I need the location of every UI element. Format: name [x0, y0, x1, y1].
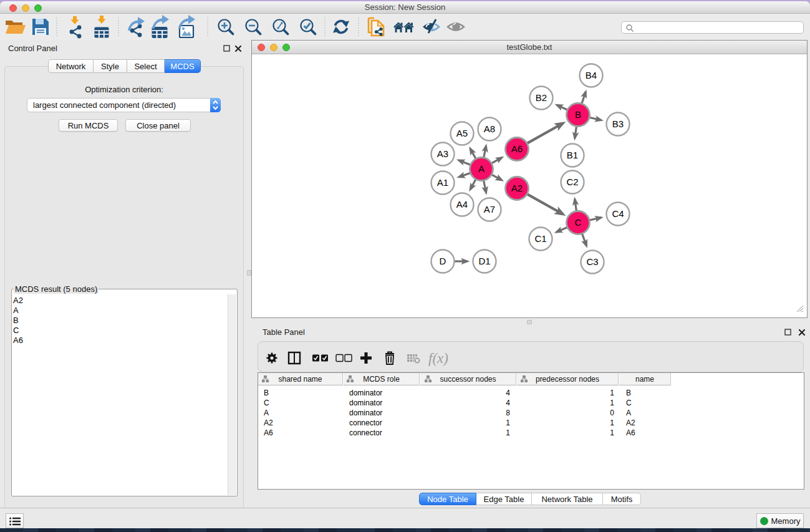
svg-text:A3: A3 [437, 148, 448, 159]
svg-text:C2: C2 [566, 177, 578, 187]
svg-text:B3: B3 [612, 118, 624, 129]
svg-text:B2: B2 [536, 92, 547, 103]
svg-text:C1: C1 [534, 233, 546, 244]
svg-text:A4: A4 [456, 199, 468, 210]
svg-text:A5: A5 [456, 128, 468, 138]
svg-text:A1: A1 [437, 177, 448, 188]
svg-text:A2: A2 [511, 183, 523, 193]
svg-text:C4: C4 [612, 208, 624, 219]
svg-text:A6: A6 [511, 143, 523, 154]
svg-text:A: A [478, 163, 485, 174]
svg-text:B1: B1 [567, 150, 578, 160]
svg-text:A8: A8 [484, 123, 495, 134]
svg-text:B4: B4 [586, 70, 597, 80]
svg-text:f(x): f(x) [428, 351, 448, 366]
svg-text:B: B [575, 109, 581, 120]
svg-text:D: D [440, 256, 446, 266]
svg-text:C: C [575, 217, 582, 228]
svg-text:A7: A7 [484, 204, 495, 215]
svg-text:C3: C3 [586, 256, 598, 267]
svg-text:D1: D1 [478, 256, 490, 266]
